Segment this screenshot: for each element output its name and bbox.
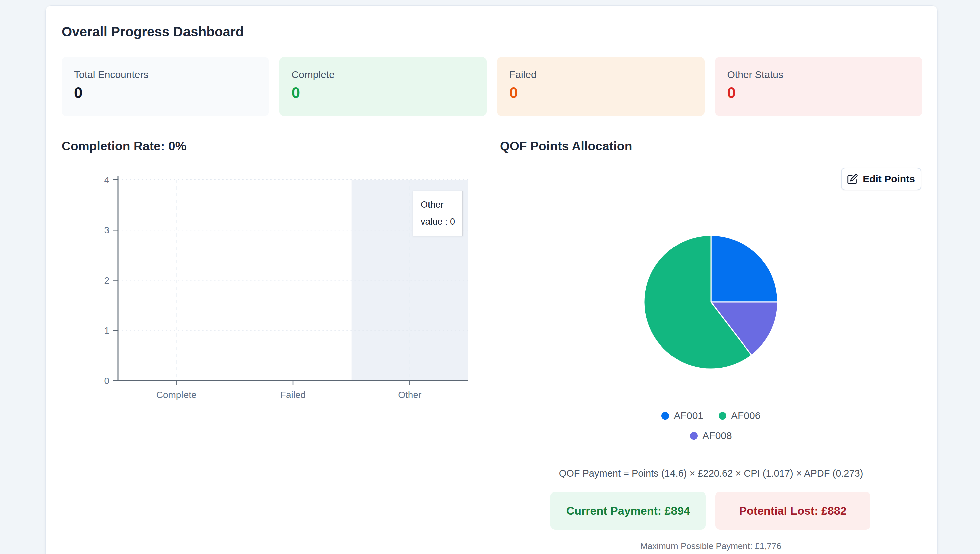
y-tick-label: 2 bbox=[104, 275, 109, 286]
qof-pie-chart[interactable] bbox=[641, 232, 781, 372]
stat-value: 0 bbox=[509, 85, 692, 100]
legend-dot-af008 bbox=[690, 432, 698, 440]
legend-item-af008[interactable]: AF008 bbox=[690, 430, 731, 441]
tooltip-value: value : 0 bbox=[421, 213, 455, 230]
legend-label: AF006 bbox=[731, 410, 760, 421]
x-category-label: Other bbox=[398, 390, 421, 400]
tooltip-category: Other bbox=[421, 197, 455, 213]
legend-label: AF008 bbox=[702, 430, 731, 441]
legend-item-af001[interactable]: AF001 bbox=[661, 410, 703, 421]
stat-card-other-status: Other Status0 bbox=[715, 57, 923, 116]
edit-pencil-icon bbox=[847, 174, 858, 185]
edit-points-label: Edit Points bbox=[863, 174, 915, 185]
dashboard-card: Overall Progress Dashboard Total Encount… bbox=[45, 5, 937, 554]
y-tick-label: 1 bbox=[104, 325, 109, 336]
y-tick-label: 4 bbox=[104, 175, 109, 185]
stat-value: 0 bbox=[727, 85, 910, 100]
legend-row: AF008 bbox=[690, 430, 731, 441]
edit-points-button[interactable]: Edit Points bbox=[841, 168, 921, 191]
x-category-label: Failed bbox=[280, 390, 306, 400]
stat-label: Other Status bbox=[727, 69, 910, 80]
legend-label: AF001 bbox=[674, 410, 703, 421]
pie-legend: AF001AF006AF008 bbox=[500, 410, 922, 441]
legend-dot-af001 bbox=[661, 412, 669, 420]
x-category-label: Complete bbox=[156, 390, 196, 400]
legend-dot-af006 bbox=[719, 412, 726, 420]
y-tick-label: 0 bbox=[104, 376, 109, 386]
legend-row: AF001AF006 bbox=[661, 410, 761, 421]
current-payment-badge: Current Payment: £894 bbox=[550, 492, 706, 530]
max-payment-text: Maximum Possible Payment: £1,776 bbox=[500, 541, 922, 551]
chart-tooltip: Other value : 0 bbox=[413, 191, 463, 236]
qof-payment-formula: QOF Payment = Points (14.6) × £220.62 × … bbox=[500, 468, 922, 479]
y-tick-label: 3 bbox=[104, 225, 109, 235]
stat-label: Failed bbox=[509, 69, 692, 80]
pie-slice-af001[interactable] bbox=[711, 235, 778, 302]
legend-item-af006[interactable]: AF006 bbox=[719, 410, 760, 421]
potential-lost-badge: Potential Lost: £882 bbox=[715, 492, 870, 530]
